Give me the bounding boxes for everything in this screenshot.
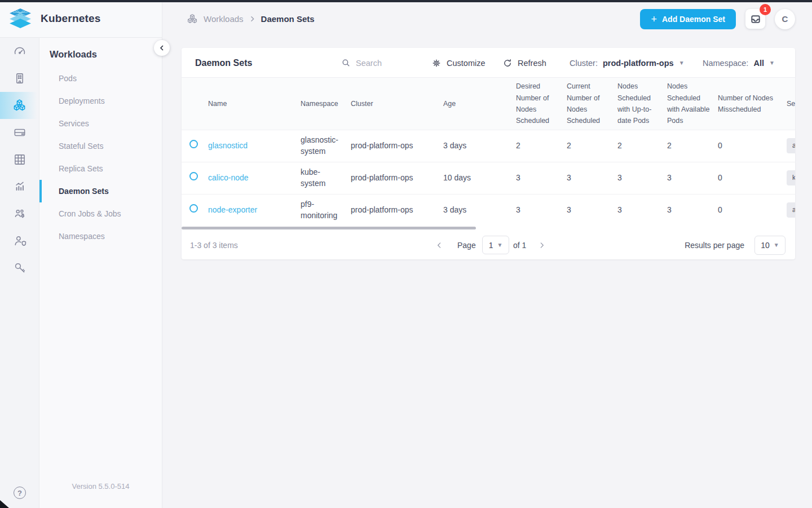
- scrollbar-thumb[interactable]: [182, 227, 476, 229]
- page-label: Page: [457, 230, 476, 260]
- version-label: Version 5.5.0-514: [39, 482, 162, 491]
- icon-rail: [0, 38, 39, 508]
- row-radio[interactable]: [189, 204, 198, 213]
- column-header-selector[interactable]: Selector: [787, 78, 795, 130]
- chevron-down-icon: ▼: [497, 242, 502, 248]
- breadcrumb-workloads[interactable]: Workloads: [204, 14, 244, 24]
- sidebar-item-stateful-sets[interactable]: Stateful Sets: [39, 135, 162, 157]
- breadcrumb: Workloads Daemon Sets: [186, 13, 315, 25]
- page-count-label: of 1: [513, 230, 526, 260]
- daemonset-name-link[interactable]: calico-node: [208, 173, 249, 182]
- cluster-dropdown[interactable]: Cluster: prod-platform-ops ▼: [570, 48, 685, 78]
- notifications-button[interactable]: 1: [745, 9, 765, 29]
- table-footer: 1-3 of 3 items Page 1 ▼ of 1 Results per…: [182, 230, 795, 260]
- namespace-dropdown[interactable]: Namespace: All ▼: [703, 48, 775, 78]
- sidebar-item-pods[interactable]: Pods: [39, 67, 162, 90]
- cell-misscheduled: 0: [718, 194, 787, 226]
- search-input[interactable]: [356, 59, 418, 68]
- search-icon: [341, 58, 351, 68]
- column-header-misscheduled[interactable]: Number of Nodes Misscheduled: [718, 78, 787, 130]
- brand-header[interactable]: Kubernetes: [0, 0, 162, 38]
- selector-chip: a: [787, 202, 795, 218]
- table-row: node-exporter pf9-monitoring prod-platfo…: [182, 194, 795, 226]
- cell-age: 10 days: [443, 162, 516, 194]
- selector-chip: a: [787, 138, 795, 153]
- chevron-left-icon: [158, 45, 165, 51]
- search-box[interactable]: [341, 48, 418, 78]
- menu-heading: Workloads: [39, 38, 162, 59]
- table-row: calico-node kube-system prod-platform-op…: [182, 162, 795, 194]
- chevron-left-icon: [435, 241, 443, 249]
- column-header-name[interactable]: Name: [208, 78, 301, 130]
- sidebar-item-deployments[interactable]: Deployments: [39, 90, 162, 112]
- column-header-age[interactable]: Age: [443, 78, 516, 130]
- app-title: Kubernetes: [41, 12, 101, 25]
- column-header-up-to-date[interactable]: Nodes Scheduled with Up-to-date Pods: [617, 78, 667, 130]
- cell-age: 3 days: [443, 194, 516, 226]
- cell-desired: 3: [516, 162, 567, 194]
- kubernetes-logo-icon: [8, 7, 33, 30]
- workloads-cubes-icon[interactable]: [0, 92, 39, 119]
- apps-grid-icon[interactable]: [0, 146, 39, 173]
- column-header-available[interactable]: Nodes Scheduled with Available Pods: [667, 78, 718, 130]
- column-header-cluster[interactable]: Cluster: [351, 78, 443, 130]
- selector-chip: k: [787, 170, 795, 185]
- sidebar-item-replica-sets[interactable]: Replica Sets: [39, 157, 162, 180]
- table-row: glasnosticd glasnostic-system prod-platf…: [182, 130, 795, 162]
- next-page-button[interactable]: [538, 230, 546, 260]
- row-radio[interactable]: [189, 172, 198, 180]
- results-per-page-select[interactable]: 10 ▼: [754, 236, 785, 255]
- column-header-current[interactable]: Current Number of Nodes Scheduled: [567, 78, 617, 130]
- cell-namespace: kube-system: [301, 162, 351, 194]
- dashboard-icon[interactable]: [0, 38, 39, 65]
- sidebar-item-cron-jobs[interactable]: Cron Jobs & Jobs: [39, 202, 162, 225]
- chevron-down-icon: ▼: [769, 60, 775, 66]
- sidebar-item-namespaces[interactable]: Namespaces: [39, 225, 162, 248]
- cell-age: 3 days: [443, 130, 516, 162]
- cell-current: 3: [567, 162, 617, 194]
- page-select[interactable]: 1 ▼: [482, 236, 509, 254]
- infrastructure-icon[interactable]: [0, 65, 39, 92]
- daemonset-name-link[interactable]: glasnosticd: [208, 141, 248, 150]
- gear-icon: [431, 58, 442, 68]
- sidebar-item-services[interactable]: Services: [39, 112, 162, 135]
- sidebar-collapse-button[interactable]: [154, 40, 170, 56]
- row-radio[interactable]: [189, 140, 198, 148]
- column-header-namespace[interactable]: Namespace: [301, 78, 351, 130]
- monitoring-chart-icon[interactable]: [0, 173, 39, 200]
- add-daemon-set-button[interactable]: + Add Daemon Set: [640, 9, 736, 29]
- daemon-sets-panel: Daemon Sets Customize Refresh Cluster:: [182, 48, 795, 259]
- cell-available: 3: [667, 194, 718, 226]
- cell-misscheduled: 0: [718, 162, 787, 194]
- horizontal-scrollbar: [182, 226, 795, 230]
- cell-cluster: prod-platform-ops: [351, 130, 443, 162]
- sidebar: Kubernetes: [0, 0, 162, 508]
- table-scroll-viewport: Name Namespace Cluster Age Desired Numbe…: [182, 78, 795, 226]
- plus-icon: +: [651, 14, 657, 24]
- table-header-row: Name Namespace Cluster Age Desired Numbe…: [182, 78, 795, 130]
- sidebar-item-daemon-sets[interactable]: Daemon Sets: [39, 180, 162, 202]
- cell-available: 2: [667, 130, 718, 162]
- daemonset-name-link[interactable]: node-exporter: [208, 205, 257, 214]
- storage-icon[interactable]: [0, 119, 39, 146]
- api-key-icon[interactable]: [0, 254, 39, 281]
- cell-current: 2: [567, 130, 617, 162]
- chevron-right-icon: [538, 241, 546, 249]
- user-avatar[interactable]: C: [775, 9, 795, 29]
- mouse-cursor: [0, 500, 9, 508]
- cell-available: 3: [667, 162, 718, 194]
- chevron-down-icon: ▼: [774, 242, 779, 248]
- customize-button[interactable]: Customize: [431, 48, 486, 78]
- refresh-button[interactable]: Refresh: [502, 48, 546, 78]
- daemon-sets-table: Name Namespace Cluster Age Desired Numbe…: [182, 78, 795, 226]
- cell-cluster: prod-platform-ops: [351, 194, 443, 226]
- previous-page-button[interactable]: [435, 230, 443, 260]
- help-icon[interactable]: [0, 487, 39, 499]
- cell-misscheduled: 0: [718, 130, 787, 162]
- cell-namespace: pf9-monitoring: [301, 194, 351, 226]
- column-header-desired[interactable]: Desired Number of Nodes Scheduled: [516, 78, 567, 130]
- select-column-header: [182, 78, 208, 130]
- users-settings-icon[interactable]: [0, 200, 39, 227]
- window-top-strip: [0, 0, 812, 2]
- user-shield-icon[interactable]: [0, 227, 39, 254]
